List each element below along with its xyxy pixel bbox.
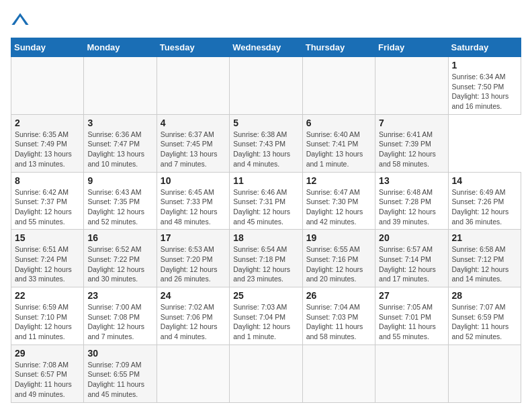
day-cell-29: 29Sunrise: 7:08 AMSunset: 6:57 PMDayligh… <box>11 345 84 402</box>
day-info: Sunrise: 6:59 AMSunset: 7:10 PMDaylight:… <box>15 302 80 342</box>
day-cell-27: 27Sunrise: 7:05 AMSunset: 7:01 PMDayligh… <box>375 287 448 345</box>
header-cell-friday: Friday <box>375 38 448 57</box>
header <box>11 11 521 30</box>
day-cell-20: 20Sunrise: 6:57 AMSunset: 7:14 PMDayligh… <box>375 230 448 287</box>
day-cell-14: 14Sunrise: 6:49 AMSunset: 7:26 PMDayligh… <box>448 172 521 230</box>
day-cell-2: 2Sunrise: 6:35 AMSunset: 7:49 PMDaylight… <box>11 114 84 172</box>
day-info: Sunrise: 6:53 AMSunset: 7:20 PMDaylight:… <box>161 244 226 284</box>
day-number: 13 <box>379 175 444 186</box>
day-number: 3 <box>87 118 152 128</box>
day-number: 5 <box>233 118 298 128</box>
day-info: Sunrise: 6:34 AMSunset: 7:50 PMDaylight:… <box>452 72 517 111</box>
day-number: 30 <box>87 348 152 359</box>
day-number: 10 <box>161 175 226 186</box>
calendar-header: SundayMondayTuesdayWednesdayThursdayFrid… <box>11 38 521 57</box>
day-number: 12 <box>306 175 371 186</box>
day-cell-18: 18Sunrise: 6:54 AMSunset: 7:18 PMDayligh… <box>230 230 302 287</box>
week-row-2: 2Sunrise: 6:35 AMSunset: 7:49 PMDaylight… <box>11 114 521 172</box>
empty-cell <box>302 345 375 402</box>
day-info: Sunrise: 7:09 AMSunset: 6:55 PMDaylight:… <box>87 360 152 400</box>
day-cell-15: 15Sunrise: 6:51 AMSunset: 7:24 PMDayligh… <box>11 230 84 287</box>
day-cell-19: 19Sunrise: 6:55 AMSunset: 7:16 PMDayligh… <box>302 230 375 287</box>
header-row: SundayMondayTuesdayWednesdayThursdayFrid… <box>11 38 521 57</box>
header-cell-monday: Monday <box>84 38 157 57</box>
day-cell-9: 9Sunrise: 6:43 AMSunset: 7:35 PMDaylight… <box>84 172 157 230</box>
day-number: 6 <box>306 118 371 128</box>
day-cell-24: 24Sunrise: 7:02 AMSunset: 7:06 PMDayligh… <box>157 287 229 345</box>
day-number: 27 <box>379 290 444 301</box>
day-number: 15 <box>15 232 80 243</box>
week-row-1: 1Sunrise: 6:34 AMSunset: 7:50 PMDaylight… <box>11 57 521 115</box>
day-cell-13: 13Sunrise: 6:48 AMSunset: 7:28 PMDayligh… <box>375 172 448 230</box>
day-number: 2 <box>15 118 80 128</box>
day-info: Sunrise: 6:37 AMSunset: 7:45 PMDaylight:… <box>161 130 226 169</box>
day-number: 23 <box>87 290 152 301</box>
header-cell-saturday: Saturday <box>448 38 521 57</box>
empty-cell <box>230 57 302 115</box>
day-info: Sunrise: 6:51 AMSunset: 7:24 PMDaylight:… <box>15 244 80 284</box>
day-info: Sunrise: 6:42 AMSunset: 7:37 PMDaylight:… <box>15 187 80 227</box>
day-info: Sunrise: 6:58 AMSunset: 7:12 PMDaylight:… <box>452 244 517 284</box>
calendar-body: 1Sunrise: 6:34 AMSunset: 7:50 PMDaylight… <box>11 57 521 403</box>
day-number: 17 <box>161 232 226 243</box>
day-number: 28 <box>452 290 517 301</box>
week-row-3: 8Sunrise: 6:42 AMSunset: 7:37 PMDaylight… <box>11 172 521 230</box>
day-info: Sunrise: 6:55 AMSunset: 7:16 PMDaylight:… <box>306 244 371 284</box>
day-cell-10: 10Sunrise: 6:45 AMSunset: 7:33 PMDayligh… <box>157 172 229 230</box>
empty-cell <box>84 57 157 115</box>
empty-cell <box>230 345 302 402</box>
header-cell-wednesday: Wednesday <box>230 38 302 57</box>
day-info: Sunrise: 7:02 AMSunset: 7:06 PMDaylight:… <box>161 302 226 342</box>
week-row-6: 29Sunrise: 7:08 AMSunset: 6:57 PMDayligh… <box>11 345 521 402</box>
day-cell-6: 6Sunrise: 6:40 AMSunset: 7:41 PMDaylight… <box>302 114 375 172</box>
day-cell-8: 8Sunrise: 6:42 AMSunset: 7:37 PMDaylight… <box>11 172 84 230</box>
day-info: Sunrise: 6:40 AMSunset: 7:41 PMDaylight:… <box>306 130 371 169</box>
empty-cell <box>157 57 229 115</box>
day-cell-12: 12Sunrise: 6:47 AMSunset: 7:30 PMDayligh… <box>302 172 375 230</box>
day-number: 24 <box>161 290 226 301</box>
day-info: Sunrise: 6:36 AMSunset: 7:47 PMDaylight:… <box>87 130 152 169</box>
day-cell-7: 7Sunrise: 6:41 AMSunset: 7:39 PMDaylight… <box>375 114 448 172</box>
header-cell-tuesday: Tuesday <box>157 38 229 57</box>
day-number: 7 <box>379 118 444 128</box>
day-number: 18 <box>233 232 298 243</box>
empty-cell <box>157 345 229 402</box>
day-number: 14 <box>452 175 517 186</box>
day-number: 1 <box>452 60 517 71</box>
day-cell-4: 4Sunrise: 6:37 AMSunset: 7:45 PMDaylight… <box>157 114 229 172</box>
day-info: Sunrise: 6:41 AMSunset: 7:39 PMDaylight:… <box>379 130 444 169</box>
empty-cell <box>375 57 448 115</box>
day-info: Sunrise: 7:08 AMSunset: 6:57 PMDaylight:… <box>15 360 80 400</box>
header-cell-sunday: Sunday <box>11 38 84 57</box>
empty-cell <box>375 345 448 402</box>
day-number: 19 <box>306 232 371 243</box>
header-cell-thursday: Thursday <box>302 38 375 57</box>
day-cell-17: 17Sunrise: 6:53 AMSunset: 7:20 PMDayligh… <box>157 230 229 287</box>
day-number: 16 <box>87 232 152 243</box>
day-info: Sunrise: 7:00 AMSunset: 7:08 PMDaylight:… <box>87 302 152 342</box>
day-cell-1: 1Sunrise: 6:34 AMSunset: 7:50 PMDaylight… <box>448 57 521 115</box>
empty-cell <box>11 57 84 115</box>
day-info: Sunrise: 6:38 AMSunset: 7:43 PMDaylight:… <box>233 130 298 169</box>
week-row-5: 22Sunrise: 6:59 AMSunset: 7:10 PMDayligh… <box>11 287 521 345</box>
day-cell-22: 22Sunrise: 6:59 AMSunset: 7:10 PMDayligh… <box>11 287 84 345</box>
day-cell-25: 25Sunrise: 7:03 AMSunset: 7:04 PMDayligh… <box>230 287 302 345</box>
day-number: 29 <box>15 348 80 359</box>
logo <box>11 11 32 30</box>
day-cell-21: 21Sunrise: 6:58 AMSunset: 7:12 PMDayligh… <box>448 230 521 287</box>
day-cell-28: 28Sunrise: 7:07 AMSunset: 6:59 PMDayligh… <box>448 287 521 345</box>
day-number: 22 <box>15 290 80 301</box>
day-cell-26: 26Sunrise: 7:04 AMSunset: 7:03 PMDayligh… <box>302 287 375 345</box>
day-cell-30: 30Sunrise: 7:09 AMSunset: 6:55 PMDayligh… <box>84 345 157 402</box>
day-cell-16: 16Sunrise: 6:52 AMSunset: 7:22 PMDayligh… <box>84 230 157 287</box>
day-info: Sunrise: 6:57 AMSunset: 7:14 PMDaylight:… <box>379 244 444 284</box>
day-cell-11: 11Sunrise: 6:46 AMSunset: 7:31 PMDayligh… <box>230 172 302 230</box>
empty-cell <box>302 57 375 115</box>
day-info: Sunrise: 6:52 AMSunset: 7:22 PMDaylight:… <box>87 244 152 284</box>
day-number: 4 <box>161 118 226 128</box>
week-row-4: 15Sunrise: 6:51 AMSunset: 7:24 PMDayligh… <box>11 230 521 287</box>
day-cell-23: 23Sunrise: 7:00 AMSunset: 7:08 PMDayligh… <box>84 287 157 345</box>
day-info: Sunrise: 7:05 AMSunset: 7:01 PMDaylight:… <box>379 302 444 342</box>
day-info: Sunrise: 6:45 AMSunset: 7:33 PMDaylight:… <box>161 187 226 227</box>
day-number: 26 <box>306 290 371 301</box>
